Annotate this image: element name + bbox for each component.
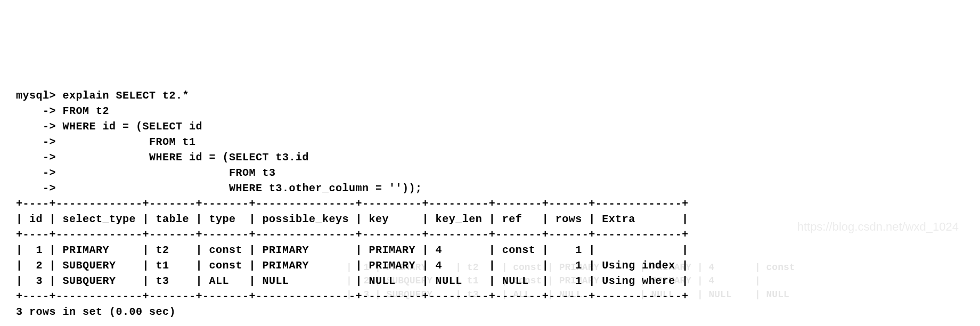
table-border-top: +----+-------------+-------+-------+----… — [16, 198, 689, 210]
query-line-4: -> WHERE id = (SELECT t3.id — [16, 151, 309, 164]
ghost-row-2: | 3 | SUBQUERY | t3 | ALL | NULL | NULL … — [346, 289, 789, 300]
query-line-1: -> FROM t2 — [16, 105, 109, 117]
ghost-row-1: | 2 | SUBQUERY | t1 | const | PRIMARY | … — [346, 275, 761, 286]
query-line-5: -> FROM t3 — [16, 167, 276, 179]
table-border-mid: +----+-------------+-------+-------+----… — [16, 229, 689, 241]
query-line-6: -> WHERE t3.other_column = '')); — [16, 182, 422, 194]
query-line-2: -> WHERE id = (SELECT id — [16, 120, 202, 133]
table-header: | id | select_type | table | type | poss… — [16, 213, 689, 225]
ghost-overlay: | 1 | PRIMARY | t2 | const | PRIMARY | P… — [346, 248, 795, 301]
ghost-row-0: | 1 | PRIMARY | t2 | const | PRIMARY | P… — [346, 262, 795, 273]
watermark-text: https://blog.csdn.net/wxd_1024 — [797, 218, 959, 235]
result-footer: 3 rows in set (0.00 sec) — [16, 306, 176, 318]
query-line-3: -> FROM t1 — [16, 136, 196, 148]
query-line-0: mysql> explain SELECT t2.* — [16, 89, 189, 102]
